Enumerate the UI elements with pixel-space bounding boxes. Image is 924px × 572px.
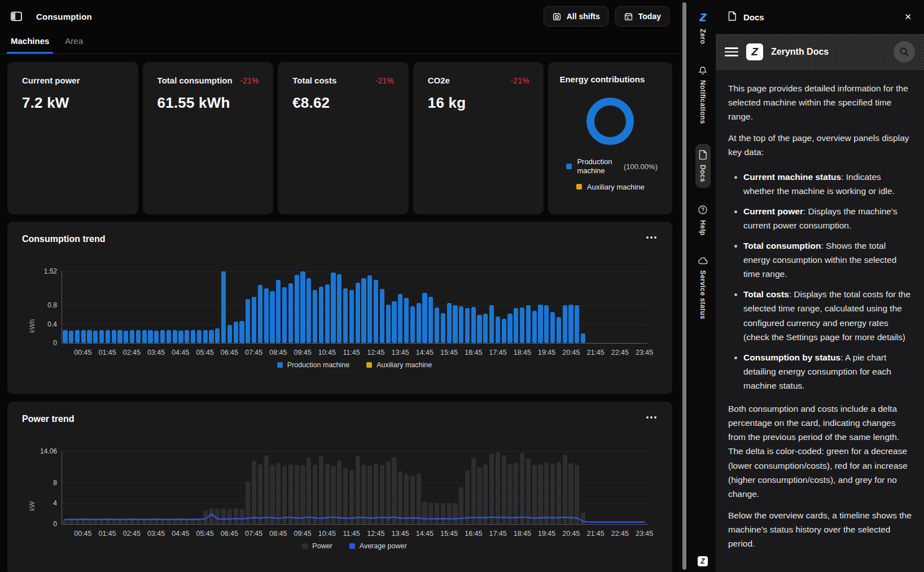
bar xyxy=(227,325,232,343)
card-label: Current power xyxy=(22,76,80,85)
y-axis-label: kW xyxy=(28,501,36,511)
sidebar-toggle-icon[interactable] xyxy=(10,10,23,23)
more-menu-button[interactable] xyxy=(644,234,659,241)
bar xyxy=(398,294,402,343)
page-title: Consumption xyxy=(36,12,92,21)
bar xyxy=(428,297,433,343)
main-area: Consumption All shifts xyxy=(0,0,680,572)
x-tick-label: 21:45 xyxy=(586,349,604,357)
nav-item-help[interactable]: Help xyxy=(698,205,708,236)
bar xyxy=(203,330,208,343)
bar xyxy=(173,330,177,343)
bar xyxy=(276,280,281,343)
bar xyxy=(386,305,391,344)
bar xyxy=(422,293,427,343)
legend-label: Production machine xyxy=(287,361,349,369)
bar xyxy=(380,289,384,343)
x-tick-label: 12:45 xyxy=(367,530,384,538)
y-tick-label: 0.4 xyxy=(47,320,57,328)
x-tick-label: 16:45 xyxy=(465,349,482,357)
bar xyxy=(447,303,452,343)
bar xyxy=(568,305,573,344)
bar xyxy=(99,330,104,343)
x-tick-label: 06:45 xyxy=(221,530,238,538)
production-machine-swatch xyxy=(566,164,572,169)
topbar: Consumption All shifts xyxy=(0,0,680,33)
bar xyxy=(343,288,348,343)
today-button[interactable]: Today xyxy=(615,6,669,27)
bar xyxy=(264,288,269,343)
chart-legend: Production machineAuxiliary machine xyxy=(62,361,647,369)
menu-icon[interactable] xyxy=(725,47,738,56)
tab-machines[interactable]: Machines xyxy=(11,33,49,54)
scrollbar-thumb[interactable] xyxy=(682,2,686,570)
consumption-trend-card: Consumption trend kWh 00.40.81.52 00:450… xyxy=(7,222,672,394)
nav-item-notifications[interactable]: Notifications xyxy=(698,65,708,124)
delta-badge: -21% xyxy=(240,76,259,85)
x-tick-label: 17:45 xyxy=(489,349,506,357)
bar xyxy=(282,287,287,343)
close-icon[interactable]: ✕ xyxy=(904,12,912,22)
help-icon xyxy=(698,205,708,215)
legend-item: Average power xyxy=(349,542,407,550)
x-tick-label: 15:45 xyxy=(440,349,458,357)
x-tick-label: 22:45 xyxy=(611,530,629,538)
docs-panel-header: Docs ✕ xyxy=(716,0,924,34)
bar xyxy=(197,330,202,343)
bar xyxy=(178,331,183,343)
legend-swatch xyxy=(349,543,355,549)
x-tick-label: 08:45 xyxy=(269,530,287,538)
nav-item-zero[interactable]: ZZero xyxy=(699,11,707,45)
x-tick-label: 07:45 xyxy=(245,349,262,357)
delta-badge: -21% xyxy=(375,76,394,85)
bar xyxy=(75,330,80,343)
x-tick-label: 14:45 xyxy=(416,530,433,538)
all-shifts-button[interactable]: All shifts xyxy=(544,6,608,27)
docs-paragraph: Both consumption and costs include a del… xyxy=(728,402,912,501)
x-tick-label: 19:45 xyxy=(538,349,555,357)
x-tick-label: 19:45 xyxy=(538,530,555,538)
x-tick-label: 08:45 xyxy=(269,349,287,357)
legend-swatch xyxy=(277,362,283,368)
dashboard-content: Current power 7.2 kW Total consumption -… xyxy=(0,54,680,572)
docs-bullet-item: Total consumption: Shows the total energ… xyxy=(743,239,912,281)
bar xyxy=(246,299,250,343)
x-tick-label: 23:45 xyxy=(636,349,653,357)
zerynth-badge-icon[interactable]: Z xyxy=(698,556,708,566)
bar xyxy=(361,278,366,343)
bar xyxy=(325,284,330,343)
bar xyxy=(106,330,110,343)
nav-item-docs[interactable]: Docs xyxy=(695,144,711,188)
x-tick-label: 15:45 xyxy=(440,530,458,538)
card-label: Total consumption xyxy=(157,76,233,85)
document-icon xyxy=(728,11,737,23)
bar xyxy=(496,316,500,343)
delta-badge: -21% xyxy=(511,76,529,85)
bell-icon xyxy=(698,65,708,75)
card-label: Energy contributions xyxy=(559,74,661,84)
bar xyxy=(367,275,372,343)
current-power-card: Current power 7.2 kW xyxy=(7,62,138,214)
tab-area[interactable]: Area xyxy=(65,33,83,54)
legend-swatch xyxy=(302,543,308,549)
x-tick-label: 23:45 xyxy=(636,530,653,538)
x-tick-label: 05:45 xyxy=(196,530,213,538)
nav-item-service-status[interactable]: Service status xyxy=(698,256,708,319)
bar xyxy=(404,298,409,343)
docs-paragraph: Below the overview cards, a timeline sho… xyxy=(728,508,912,551)
bar xyxy=(417,303,421,343)
card-label: CO2e xyxy=(428,76,450,85)
chart-legend: PowerAverage power xyxy=(62,542,647,550)
y-tick-label: 4 xyxy=(53,499,57,507)
bar xyxy=(410,306,415,343)
x-tick-label: 11:45 xyxy=(343,349,360,357)
shift-clock-icon xyxy=(552,12,562,21)
docs-bullet-item: Total costs: Displays the total costs fo… xyxy=(743,287,912,344)
energy-legend: Production machine (100.00%) Auxiliary m… xyxy=(559,157,661,191)
search-button[interactable] xyxy=(894,41,915,63)
more-menu-button[interactable] xyxy=(644,414,659,421)
energy-donut-chart xyxy=(586,98,634,145)
bar xyxy=(93,331,98,343)
x-tick-label: 02:45 xyxy=(123,349,141,357)
docs-toolbar: Z Zerynth Docs xyxy=(716,34,924,70)
